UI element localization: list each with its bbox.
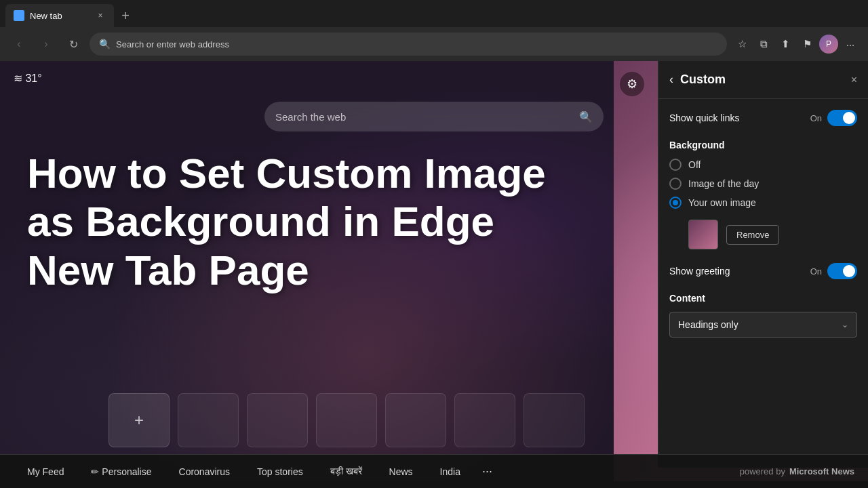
tab-favicon — [14, 10, 24, 21]
nav-item-india[interactable]: India — [427, 455, 474, 488]
quick-link-slot-1 — [178, 393, 239, 447]
tab-label: New tab — [30, 11, 90, 21]
nav-actions: ☆ ⧉ ⬆ ⚑ P ··· — [732, 35, 860, 54]
address-text: Search or enter web address — [116, 39, 717, 49]
background-label: Background — [669, 140, 857, 150]
share-button[interactable]: ⬆ — [776, 35, 795, 54]
back-button[interactable]: ‹ — [8, 33, 30, 55]
greeting-toggle[interactable] — [827, 263, 857, 279]
microsoft-news-logo: Microsoft News — [789, 466, 854, 476]
quick-links-toggle-group: On — [810, 110, 857, 126]
powered-by-section: powered by Microsoft News — [740, 466, 854, 476]
settings-body: Show quick links On Background Off — [658, 99, 868, 348]
nav-item-personalise[interactable]: ✏ Personalise — [77, 455, 165, 488]
main-heading: How to Set Custom Image as Background in… — [27, 149, 583, 294]
background-radio-group: Off Image of the day Your own image — [669, 159, 857, 249]
settings-title: Custom — [680, 73, 844, 87]
background-image-day-radio — [669, 178, 682, 190]
nav-bar: ‹ › ↻ 🔍 Search or enter web address ☆ ⧉ … — [0, 27, 868, 61]
content-section: Content Headings only ⌄ — [669, 293, 857, 338]
powered-by-text: powered by — [740, 466, 785, 476]
gear-button[interactable]: ⚙ — [620, 72, 644, 96]
quick-link-slot-5 — [454, 393, 515, 447]
refresh-icon: ↻ — [69, 38, 78, 51]
background-off-label: Off — [688, 159, 701, 170]
quick-links-label: Show quick links — [669, 113, 740, 123]
search-submit-icon[interactable]: 🔍 — [579, 110, 593, 123]
nav-item-top-stories[interactable]: Top stories — [243, 455, 317, 488]
search-bar[interactable]: Search the web 🔍 — [264, 102, 604, 131]
bottom-nav-more-button[interactable]: ··· — [474, 455, 500, 488]
greeting-toggle-row: Show greeting On — [669, 263, 857, 279]
quick-link-slot-4 — [385, 393, 446, 447]
nav-item-hindi-news[interactable]: बड़ी खबरें — [317, 455, 376, 488]
tab-close-button[interactable]: × — [95, 10, 106, 21]
settings-header: ‹ Custom × — [658, 61, 868, 99]
more-button[interactable]: ··· — [841, 35, 860, 54]
browser-chrome: New tab × + ‹ › ↻ 🔍 Search or enter web … — [0, 0, 868, 61]
background-own-image-label: Your own image — [688, 197, 756, 208]
quick-links-toggle[interactable] — [827, 110, 857, 126]
favorite-button[interactable]: ☆ — [732, 35, 751, 54]
forward-icon: › — [44, 38, 47, 50]
quick-link-slot-6 — [524, 393, 585, 447]
settings-panel: ‹ Custom × Show quick links On Backgroun… — [658, 61, 868, 468]
background-off-radio — [669, 159, 682, 171]
weather-widget: ≋ 31° — [14, 72, 42, 85]
content-dropdown[interactable]: Headings only ⌄ — [669, 312, 857, 338]
background-image-day-option[interactable]: Image of the day — [669, 178, 857, 190]
bottom-nav: My Feed ✏ Personalise Coronavirus Top st… — [0, 454, 868, 488]
back-icon: ‹ — [17, 38, 20, 50]
settings-close-button[interactable]: × — [851, 74, 857, 86]
background-image-day-label: Image of the day — [688, 178, 759, 189]
collections-button[interactable]: ⧉ — [754, 35, 773, 54]
quick-links: + — [108, 393, 585, 447]
background-own-image-radio — [669, 197, 682, 209]
image-preview-row: Remove — [688, 220, 857, 249]
radio-dot — [673, 200, 678, 205]
quick-links-toggle-row: Show quick links On — [669, 110, 857, 126]
remove-image-button[interactable]: Remove — [726, 225, 779, 245]
forward-button[interactable]: › — [35, 33, 57, 55]
gear-icon: ⚙ — [627, 77, 637, 92]
greeting-toggle-group: On — [810, 263, 857, 279]
address-bar[interactable]: 🔍 Search or enter web address — [90, 33, 727, 56]
content-label: Content — [669, 293, 857, 304]
quick-link-slot-3 — [316, 393, 377, 447]
quick-links-status: On — [810, 113, 822, 123]
image-thumbnail — [688, 220, 718, 249]
add-quick-link-button[interactable]: + — [108, 393, 170, 447]
content-dropdown-value: Headings only — [678, 319, 738, 330]
nav-item-coronavirus[interactable]: Coronavirus — [165, 455, 243, 488]
search-placeholder: Search the web — [275, 111, 572, 123]
tab-bar: New tab × + — [0, 0, 868, 27]
background-own-image-option[interactable]: Your own image — [669, 197, 857, 209]
greeting-label: Show greeting — [669, 266, 730, 277]
profile-icon[interactable]: P — [819, 35, 838, 54]
background-off-option[interactable]: Off — [669, 159, 857, 171]
greeting-status: On — [810, 266, 822, 277]
main-area: ⚙ ≋ 31° Search the web 🔍 How to Set Cust… — [0, 61, 868, 488]
feedback-button[interactable]: ⚑ — [797, 35, 816, 54]
quick-link-slot-2 — [247, 393, 308, 447]
refresh-button[interactable]: ↻ — [62, 33, 84, 55]
settings-back-button[interactable]: ‹ — [669, 73, 673, 87]
nav-item-news[interactable]: News — [376, 455, 427, 488]
add-icon: + — [134, 411, 144, 430]
active-tab[interactable]: New tab × — [5, 4, 114, 27]
nav-item-my-feed[interactable]: My Feed — [14, 455, 77, 488]
search-icon: 🔍 — [99, 39, 111, 49]
new-tab-button[interactable]: + — [114, 4, 137, 27]
dropdown-arrow-icon: ⌄ — [842, 320, 848, 329]
weather-text: ≋ 31° — [14, 72, 42, 85]
background-section: Background Off Image of the day — [669, 140, 857, 249]
